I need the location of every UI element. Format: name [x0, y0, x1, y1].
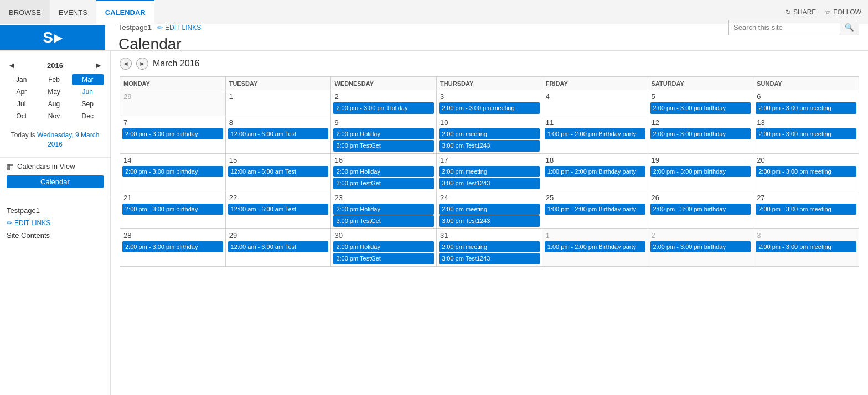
cal-cell[interactable]: 72:00 pm - 3:00 pm birthday — [120, 116, 226, 153]
mini-month-dec[interactable]: Dec — [72, 111, 104, 122]
event-item[interactable]: 2:00 pm - 3:00 pm birthday — [122, 204, 223, 215]
cal-cell[interactable]: 22:00 pm - 3:00 pm birthday — [648, 228, 753, 266]
cal-cell[interactable]: 1 — [225, 90, 331, 116]
cal-cell[interactable]: 251:00 pm - 2:00 pm Birthday party — [542, 191, 648, 228]
sidebar-site-contents[interactable]: Site Contents — [7, 229, 104, 242]
event-item[interactable]: 2:00 pm meeting — [439, 241, 540, 253]
tab-events[interactable]: EVENTS — [50, 0, 96, 24]
event-item[interactable]: 2:00 pm - 3:00 pm meeting — [756, 128, 856, 140]
event-item[interactable]: 1:00 pm - 2:00 pm Birthday party — [545, 128, 645, 140]
edit-links-header[interactable]: ✏ EDIT LINKS — [157, 24, 201, 32]
event-item[interactable]: 2:00 pm Holiday — [333, 128, 434, 140]
cal-cell[interactable]: 22:00 pm - 3:00 pm Holiday — [331, 90, 437, 116]
search-input[interactable] — [729, 23, 840, 32]
event-item[interactable]: 1:00 pm - 2:00 pm Birthday party — [545, 204, 645, 215]
cal-cell[interactable]: 162:00 pm Holiday3:00 pm TestGet — [331, 153, 437, 191]
cal-cell[interactable]: 132:00 pm - 3:00 pm meeting — [753, 116, 859, 153]
event-item[interactable]: 3:00 pm Test1243 — [439, 253, 540, 264]
cal-cell[interactable]: 2212:00 am - 6:00 am Test — [225, 191, 331, 228]
event-item[interactable]: 2:00 pm meeting — [439, 204, 540, 215]
event-item[interactable]: 3:00 pm TestGet — [333, 140, 434, 152]
cal-cell[interactable]: 102:00 pm meeting3:00 pm Test1243 — [437, 116, 542, 153]
mini-month-jun[interactable]: Jun — [72, 86, 104, 97]
cal-cell[interactable]: 282:00 pm - 3:00 pm birthday — [120, 228, 226, 266]
event-item[interactable]: 2:00 pm Holiday — [333, 241, 434, 253]
today-link[interactable]: Wednesday, 9 March 2016 — [37, 131, 99, 148]
sidebar-nav-testpage1[interactable]: Testpage1 — [7, 204, 104, 217]
mini-month-aug[interactable]: Aug — [38, 98, 71, 110]
event-item[interactable]: 12:00 am - 6:00 am Test — [228, 204, 329, 215]
cal-cell[interactable]: 122:00 pm - 3:00 pm birthday — [648, 116, 753, 153]
cal-cell[interactable]: 812:00 am - 6:00 am Test — [225, 116, 331, 153]
event-item[interactable]: 1:00 pm - 2:00 pm Birthday party — [545, 241, 645, 253]
event-item[interactable]: 2:00 pm - 3:00 pm meeting — [756, 166, 856, 178]
calendar-button[interactable]: Calendar — [7, 175, 104, 188]
cal-cell[interactable]: 142:00 pm - 3:00 pm birthday — [120, 153, 226, 191]
follow-button[interactable]: ☆ FOLLOW — [825, 8, 861, 16]
cal-cell[interactable]: 272:00 pm - 3:00 pm meeting — [753, 191, 859, 228]
cal-cell[interactable]: 62:00 pm - 3:00 pm meeting — [753, 90, 859, 116]
cal-cell[interactable]: 2912:00 am - 6:00 am Test — [225, 228, 331, 266]
event-item[interactable]: 2:00 pm - 3:00 pm birthday — [122, 128, 223, 140]
mini-month-mar[interactable]: Mar — [72, 74, 104, 85]
event-item[interactable]: 12:00 am - 6:00 am Test — [228, 166, 329, 178]
event-item[interactable]: 3:00 pm TestGet — [333, 253, 434, 264]
event-item[interactable]: 12:00 am - 6:00 am Test — [228, 241, 329, 253]
cal-cell[interactable]: 212:00 pm - 3:00 pm birthday — [120, 191, 226, 228]
mini-month-jul[interactable]: Jul — [7, 98, 37, 110]
cal-cell[interactable]: 181:00 pm - 2:00 pm Birthday party — [542, 153, 648, 191]
event-item[interactable]: 3:00 pm Test1243 — [439, 178, 540, 189]
mini-month-jan[interactable]: Jan — [7, 74, 37, 85]
event-item[interactable]: 2:00 pm Holiday — [333, 166, 434, 178]
event-item[interactable]: 1:00 pm - 2:00 pm Birthday party — [545, 166, 645, 178]
cal-cell[interactable]: 32:00 pm - 3:00 pm meeting — [437, 90, 542, 116]
mini-month-sep[interactable]: Sep — [72, 98, 104, 110]
cal-cell[interactable]: 11:00 pm - 2:00 pm Birthday party — [542, 228, 648, 266]
mini-month-may[interactable]: May — [38, 86, 71, 97]
event-item[interactable]: 12:00 am - 6:00 am Test — [228, 128, 329, 140]
mini-month-apr[interactable]: Apr — [7, 86, 37, 97]
event-item[interactable]: 2:00 pm - 3:00 pm birthday — [650, 102, 751, 114]
event-item[interactable]: 2:00 pm - 3:00 pm Holiday — [333, 102, 434, 114]
event-item[interactable]: 3:00 pm TestGet — [333, 215, 434, 227]
tab-browse[interactable]: BROWSE — [0, 0, 50, 24]
event-item[interactable]: 2:00 pm - 3:00 pm meeting — [756, 204, 856, 215]
search-button[interactable]: 🔍 — [840, 20, 859, 35]
event-item[interactable]: 2:00 pm - 3:00 pm birthday — [122, 241, 223, 253]
mini-month-oct[interactable]: Oct — [7, 111, 37, 122]
event-item[interactable]: 3:00 pm TestGet — [333, 178, 434, 189]
cal-cell[interactable]: 312:00 pm meeting3:00 pm Test1243 — [437, 228, 542, 266]
cal-cell[interactable]: 242:00 pm meeting3:00 pm Test1243 — [437, 191, 542, 228]
cal-cell[interactable]: 111:00 pm - 2:00 pm Birthday party — [542, 116, 648, 153]
mini-cal-next[interactable]: ► — [92, 61, 105, 70]
event-item[interactable]: 2:00 pm - 3:00 pm meeting — [439, 102, 540, 114]
cal-next-btn[interactable]: ► — [136, 58, 148, 70]
mini-month-feb[interactable]: Feb — [38, 74, 71, 85]
event-item[interactable]: 2:00 pm - 3:00 pm meeting — [756, 102, 856, 114]
cal-cell[interactable]: 92:00 pm Holiday3:00 pm TestGet — [331, 116, 437, 153]
cal-cell[interactable]: 302:00 pm Holiday3:00 pm TestGet — [331, 228, 437, 266]
event-item[interactable]: 2:00 pm - 3:00 pm birthday — [122, 166, 223, 178]
event-item[interactable]: 2:00 pm - 3:00 pm birthday — [650, 241, 751, 253]
event-item[interactable]: 2:00 pm meeting — [439, 166, 540, 178]
cal-cell[interactable]: 232:00 pm Holiday3:00 pm TestGet — [331, 191, 437, 228]
event-item[interactable]: 2:00 pm meeting — [439, 128, 540, 140]
event-item[interactable]: 3:00 pm Test1243 — [439, 140, 540, 152]
cal-cell[interactable]: 52:00 pm - 3:00 pm birthday — [648, 90, 753, 116]
event-item[interactable]: 3:00 pm Test1243 — [439, 215, 540, 227]
cal-cell[interactable]: 29 — [120, 90, 226, 116]
share-button[interactable]: ↻ SHARE — [786, 8, 816, 16]
event-item[interactable]: 2:00 pm - 3:00 pm birthday — [650, 166, 751, 178]
cal-cell[interactable]: 32:00 pm - 3:00 pm meeting — [753, 228, 859, 266]
cal-prev-btn[interactable]: ◄ — [120, 58, 132, 70]
event-item[interactable]: 2:00 pm - 3:00 pm birthday — [650, 128, 751, 140]
cal-cell[interactable]: 4 — [542, 90, 648, 116]
event-item[interactable]: 2:00 pm - 3:00 pm meeting — [756, 241, 856, 253]
sidebar-edit-links[interactable]: ✏ EDIT LINKS — [7, 217, 104, 229]
cal-cell[interactable]: 262:00 pm - 3:00 pm birthday — [648, 191, 753, 228]
mini-month-nov[interactable]: Nov — [38, 111, 71, 122]
cal-cell[interactable]: 202:00 pm - 3:00 pm meeting — [753, 153, 859, 191]
cal-cell[interactable]: 192:00 pm - 3:00 pm birthday — [648, 153, 753, 191]
event-item[interactable]: 2:00 pm - 3:00 pm birthday — [650, 204, 751, 215]
cal-cell[interactable]: 1512:00 am - 6:00 am Test — [225, 153, 331, 191]
